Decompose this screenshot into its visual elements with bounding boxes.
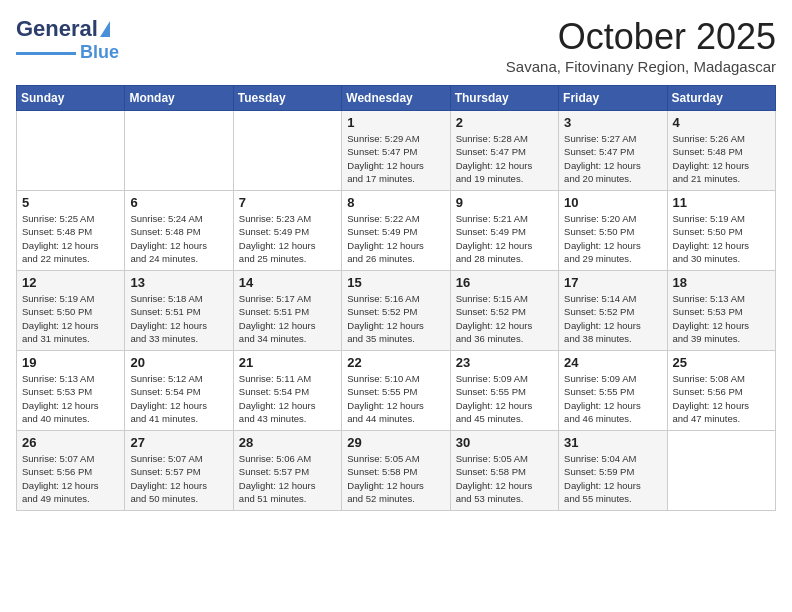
- calendar-cell: 17Sunrise: 5:14 AM Sunset: 5:52 PM Dayli…: [559, 271, 667, 351]
- day-info: Sunrise: 5:04 AM Sunset: 5:59 PM Dayligh…: [564, 452, 661, 505]
- calendar-cell: 21Sunrise: 5:11 AM Sunset: 5:54 PM Dayli…: [233, 351, 341, 431]
- day-info: Sunrise: 5:18 AM Sunset: 5:51 PM Dayligh…: [130, 292, 227, 345]
- day-number: 20: [130, 355, 227, 370]
- calendar-week-2: 5Sunrise: 5:25 AM Sunset: 5:48 PM Daylig…: [17, 191, 776, 271]
- logo: General Blue: [16, 16, 119, 63]
- day-number: 29: [347, 435, 444, 450]
- day-info: Sunrise: 5:07 AM Sunset: 5:57 PM Dayligh…: [130, 452, 227, 505]
- day-header-monday: Monday: [125, 86, 233, 111]
- day-header-tuesday: Tuesday: [233, 86, 341, 111]
- calendar-cell: 11Sunrise: 5:19 AM Sunset: 5:50 PM Dayli…: [667, 191, 775, 271]
- day-info: Sunrise: 5:14 AM Sunset: 5:52 PM Dayligh…: [564, 292, 661, 345]
- day-number: 19: [22, 355, 119, 370]
- day-info: Sunrise: 5:25 AM Sunset: 5:48 PM Dayligh…: [22, 212, 119, 265]
- logo-blue: Blue: [80, 42, 119, 63]
- day-number: 25: [673, 355, 770, 370]
- day-number: 31: [564, 435, 661, 450]
- day-number: 18: [673, 275, 770, 290]
- calendar-cell: 29Sunrise: 5:05 AM Sunset: 5:58 PM Dayli…: [342, 431, 450, 511]
- calendar-cell: 27Sunrise: 5:07 AM Sunset: 5:57 PM Dayli…: [125, 431, 233, 511]
- day-number: 17: [564, 275, 661, 290]
- day-info: Sunrise: 5:26 AM Sunset: 5:48 PM Dayligh…: [673, 132, 770, 185]
- calendar-cell: 30Sunrise: 5:05 AM Sunset: 5:58 PM Dayli…: [450, 431, 558, 511]
- title-block: October 2025 Savana, Fitovinany Region, …: [506, 16, 776, 75]
- calendar-cell: 31Sunrise: 5:04 AM Sunset: 5:59 PM Dayli…: [559, 431, 667, 511]
- day-number: 9: [456, 195, 553, 210]
- day-number: 23: [456, 355, 553, 370]
- day-info: Sunrise: 5:12 AM Sunset: 5:54 PM Dayligh…: [130, 372, 227, 425]
- day-info: Sunrise: 5:10 AM Sunset: 5:55 PM Dayligh…: [347, 372, 444, 425]
- day-number: 16: [456, 275, 553, 290]
- calendar-cell: 2Sunrise: 5:28 AM Sunset: 5:47 PM Daylig…: [450, 111, 558, 191]
- calendar-cell: 16Sunrise: 5:15 AM Sunset: 5:52 PM Dayli…: [450, 271, 558, 351]
- logo-triangle-icon: [100, 21, 110, 37]
- day-number: 13: [130, 275, 227, 290]
- calendar-body: 1Sunrise: 5:29 AM Sunset: 5:47 PM Daylig…: [17, 111, 776, 511]
- day-info: Sunrise: 5:15 AM Sunset: 5:52 PM Dayligh…: [456, 292, 553, 345]
- day-info: Sunrise: 5:09 AM Sunset: 5:55 PM Dayligh…: [564, 372, 661, 425]
- day-info: Sunrise: 5:27 AM Sunset: 5:47 PM Dayligh…: [564, 132, 661, 185]
- day-info: Sunrise: 5:16 AM Sunset: 5:52 PM Dayligh…: [347, 292, 444, 345]
- day-number: 8: [347, 195, 444, 210]
- day-info: Sunrise: 5:05 AM Sunset: 5:58 PM Dayligh…: [347, 452, 444, 505]
- day-info: Sunrise: 5:13 AM Sunset: 5:53 PM Dayligh…: [22, 372, 119, 425]
- calendar-cell: 8Sunrise: 5:22 AM Sunset: 5:49 PM Daylig…: [342, 191, 450, 271]
- day-header-friday: Friday: [559, 86, 667, 111]
- day-info: Sunrise: 5:28 AM Sunset: 5:47 PM Dayligh…: [456, 132, 553, 185]
- logo-general: General: [16, 16, 98, 42]
- calendar-cell: 28Sunrise: 5:06 AM Sunset: 5:57 PM Dayli…: [233, 431, 341, 511]
- day-info: Sunrise: 5:07 AM Sunset: 5:56 PM Dayligh…: [22, 452, 119, 505]
- day-header-thursday: Thursday: [450, 86, 558, 111]
- day-info: Sunrise: 5:19 AM Sunset: 5:50 PM Dayligh…: [22, 292, 119, 345]
- calendar-cell: 7Sunrise: 5:23 AM Sunset: 5:49 PM Daylig…: [233, 191, 341, 271]
- month-title: October 2025: [506, 16, 776, 58]
- day-header-sunday: Sunday: [17, 86, 125, 111]
- day-info: Sunrise: 5:20 AM Sunset: 5:50 PM Dayligh…: [564, 212, 661, 265]
- calendar-table: SundayMondayTuesdayWednesdayThursdayFrid…: [16, 85, 776, 511]
- day-number: 14: [239, 275, 336, 290]
- day-number: 5: [22, 195, 119, 210]
- calendar-week-5: 26Sunrise: 5:07 AM Sunset: 5:56 PM Dayli…: [17, 431, 776, 511]
- day-number: 21: [239, 355, 336, 370]
- day-number: 24: [564, 355, 661, 370]
- calendar-cell: [667, 431, 775, 511]
- calendar-cell: 24Sunrise: 5:09 AM Sunset: 5:55 PM Dayli…: [559, 351, 667, 431]
- calendar-cell: [125, 111, 233, 191]
- day-number: 11: [673, 195, 770, 210]
- page-header: General Blue October 2025 Savana, Fitovi…: [16, 16, 776, 75]
- calendar-cell: 3Sunrise: 5:27 AM Sunset: 5:47 PM Daylig…: [559, 111, 667, 191]
- calendar-week-3: 12Sunrise: 5:19 AM Sunset: 5:50 PM Dayli…: [17, 271, 776, 351]
- day-info: Sunrise: 5:19 AM Sunset: 5:50 PM Dayligh…: [673, 212, 770, 265]
- day-number: 26: [22, 435, 119, 450]
- day-info: Sunrise: 5:23 AM Sunset: 5:49 PM Dayligh…: [239, 212, 336, 265]
- day-info: Sunrise: 5:21 AM Sunset: 5:49 PM Dayligh…: [456, 212, 553, 265]
- calendar-week-1: 1Sunrise: 5:29 AM Sunset: 5:47 PM Daylig…: [17, 111, 776, 191]
- day-info: Sunrise: 5:08 AM Sunset: 5:56 PM Dayligh…: [673, 372, 770, 425]
- calendar-cell: 23Sunrise: 5:09 AM Sunset: 5:55 PM Dayli…: [450, 351, 558, 431]
- calendar-cell: [17, 111, 125, 191]
- day-number: 27: [130, 435, 227, 450]
- day-info: Sunrise: 5:13 AM Sunset: 5:53 PM Dayligh…: [673, 292, 770, 345]
- calendar-cell: 15Sunrise: 5:16 AM Sunset: 5:52 PM Dayli…: [342, 271, 450, 351]
- calendar-cell: 1Sunrise: 5:29 AM Sunset: 5:47 PM Daylig…: [342, 111, 450, 191]
- day-number: 2: [456, 115, 553, 130]
- calendar-cell: [233, 111, 341, 191]
- day-number: 1: [347, 115, 444, 130]
- calendar-cell: 6Sunrise: 5:24 AM Sunset: 5:48 PM Daylig…: [125, 191, 233, 271]
- day-info: Sunrise: 5:17 AM Sunset: 5:51 PM Dayligh…: [239, 292, 336, 345]
- calendar-cell: 5Sunrise: 5:25 AM Sunset: 5:48 PM Daylig…: [17, 191, 125, 271]
- location-subtitle: Savana, Fitovinany Region, Madagascar: [506, 58, 776, 75]
- calendar-cell: 12Sunrise: 5:19 AM Sunset: 5:50 PM Dayli…: [17, 271, 125, 351]
- day-number: 3: [564, 115, 661, 130]
- calendar-cell: 19Sunrise: 5:13 AM Sunset: 5:53 PM Dayli…: [17, 351, 125, 431]
- day-info: Sunrise: 5:09 AM Sunset: 5:55 PM Dayligh…: [456, 372, 553, 425]
- calendar-cell: 14Sunrise: 5:17 AM Sunset: 5:51 PM Dayli…: [233, 271, 341, 351]
- day-info: Sunrise: 5:11 AM Sunset: 5:54 PM Dayligh…: [239, 372, 336, 425]
- day-number: 15: [347, 275, 444, 290]
- calendar-week-4: 19Sunrise: 5:13 AM Sunset: 5:53 PM Dayli…: [17, 351, 776, 431]
- day-number: 4: [673, 115, 770, 130]
- day-info: Sunrise: 5:29 AM Sunset: 5:47 PM Dayligh…: [347, 132, 444, 185]
- calendar-cell: 4Sunrise: 5:26 AM Sunset: 5:48 PM Daylig…: [667, 111, 775, 191]
- day-number: 22: [347, 355, 444, 370]
- logo-blue-line: [16, 52, 76, 55]
